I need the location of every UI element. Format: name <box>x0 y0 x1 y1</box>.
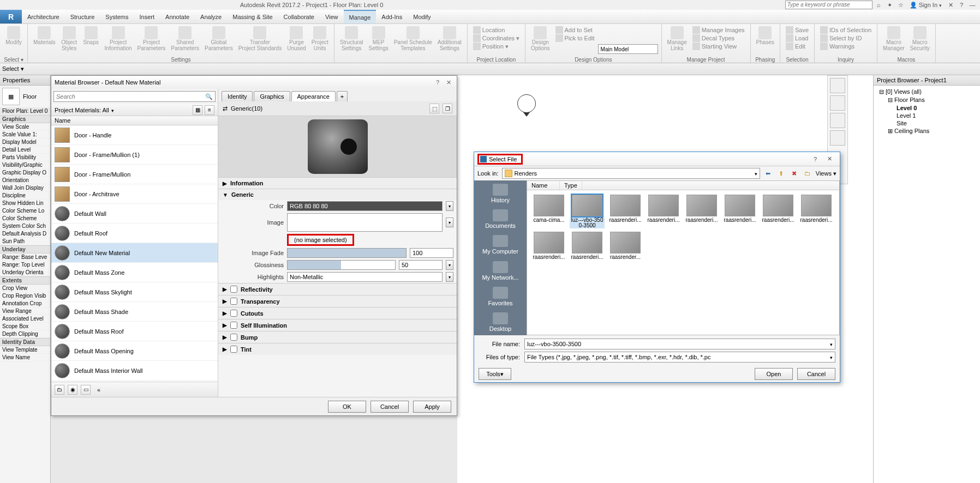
section-checkbox[interactable] <box>230 334 237 341</box>
nav-wheel-icon[interactable] <box>830 95 845 111</box>
menu-modify[interactable]: Modify <box>408 10 436 23</box>
place-favorites[interactable]: Favorites <box>474 283 527 309</box>
tab-identity[interactable]: Identity <box>222 91 253 101</box>
props-row[interactable]: Discipline <box>0 192 50 200</box>
help-icon[interactable]: ? <box>957 1 966 9</box>
section-cutouts[interactable]: ▶ Cutouts <box>218 307 457 319</box>
props-section-identity-data[interactable]: Identity Data <box>0 338 50 346</box>
ribbon-phases[interactable]: Phases <box>754 25 776 62</box>
open-button[interactable]: Open <box>755 368 793 380</box>
place-documents[interactable]: Documents <box>474 206 527 232</box>
ribbon-pick-to-edit[interactable]: Pick to Edit <box>555 34 595 42</box>
material-item[interactable]: Door - Handle <box>51 125 218 145</box>
section-checkbox[interactable] <box>230 346 237 353</box>
props-row[interactable]: Associated Level <box>0 315 50 323</box>
ribbon-macro-security[interactable]: MacroSecurity <box>908 25 932 62</box>
delete-icon[interactable]: ✖ <box>790 168 799 178</box>
search-icon[interactable]: 🔍 <box>205 93 213 100</box>
ribbon-edit[interactable]: Edit <box>786 43 809 50</box>
section-bump[interactable]: ▶ Bump <box>218 331 457 343</box>
props-section-extents[interactable]: Extents <box>0 276 50 285</box>
keys-icon[interactable]: ✦ <box>886 1 894 9</box>
mb-expand-icon[interactable]: « <box>97 387 100 393</box>
section-reflectivity[interactable]: ▶ Reflectivity <box>218 283 457 295</box>
ribbon-mep-settings[interactable]: MEPSettings <box>367 25 391 62</box>
props-row[interactable]: View Template <box>0 346 50 354</box>
place-my-network-[interactable]: My Network... <box>474 258 527 283</box>
section-generic[interactable]: ▼Generic <box>218 189 457 200</box>
star-icon[interactable]: ☆ <box>897 1 905 9</box>
lookin-combo[interactable]: Renders <box>502 168 760 179</box>
ribbon-project-information[interactable]: ProjectInformation <box>103 25 134 62</box>
properties-category[interactable]: Floor Plan: Level 0 <box>0 107 50 115</box>
ribbon-materials[interactable]: Materials <box>31 25 58 62</box>
minimize-icon[interactable]: — <box>968 1 977 9</box>
ribbon-select-by-id[interactable]: Select by ID <box>820 34 871 42</box>
props-row[interactable]: Color Scheme Lo <box>0 207 50 215</box>
menu-systems[interactable]: Systems <box>100 10 134 23</box>
mb-close-icon[interactable]: ✕ <box>444 77 453 87</box>
menu-add-ins[interactable]: Add-Ins <box>376 10 408 23</box>
section-checkbox[interactable] <box>230 286 237 293</box>
col-type[interactable]: Type <box>560 181 582 190</box>
material-item[interactable]: Default Mass Opening <box>51 341 218 361</box>
material-item[interactable]: Default Mass Skylight <box>51 282 218 302</box>
image-fade-value[interactable]: 100 <box>410 248 453 258</box>
material-item[interactable]: Door - Frame/Mullion <box>51 165 218 184</box>
exchange-icon[interactable]: ✕ <box>946 1 955 9</box>
material-item[interactable]: Default Roof <box>51 224 218 243</box>
file-thumb[interactable]: raasrenderi... <box>608 195 643 228</box>
props-section-underlay[interactable]: Underlay <box>0 245 50 253</box>
apply-button[interactable]: Apply <box>413 401 451 413</box>
views-dropdown[interactable]: Views ▾ <box>816 170 836 177</box>
menu-analyze[interactable]: Analyze <box>195 10 227 23</box>
ribbon-project-parameters[interactable]: ProjectParameters <box>135 25 168 62</box>
ribbon-location[interactable]: Location <box>473 26 519 34</box>
ribbon-starting-view[interactable]: Starting View <box>692 43 745 50</box>
props-row[interactable]: Scope Box <box>0 323 50 330</box>
file-thumb[interactable]: raasrender... <box>608 232 643 260</box>
material-item[interactable]: Default Mass Interior Wall <box>51 361 218 381</box>
ribbon-add-to-set[interactable]: Add to Set <box>555 26 595 34</box>
nav-pan-icon[interactable] <box>830 113 845 128</box>
section-transparency[interactable]: ▶ Transparency <box>218 295 457 307</box>
sf-close-icon[interactable]: ✕ <box>822 154 836 164</box>
ribbon-warnings[interactable]: Warnings <box>820 43 871 50</box>
props-row[interactable]: System Color Sch <box>0 222 50 230</box>
file-thumb[interactable]: raasrenderi... <box>531 232 566 260</box>
select-dropdown[interactable]: Select ▾ <box>2 65 24 73</box>
ribbon-additional-settings[interactable]: AdditionalSettings <box>435 25 464 62</box>
props-row[interactable]: Depth Clipping <box>0 330 50 338</box>
image-fade-slider[interactable] <box>287 248 407 258</box>
mb-view-grid-icon[interactable]: ▦ <box>193 105 202 115</box>
props-row[interactable]: Detail Level <box>0 146 50 154</box>
ribbon-manage-links[interactable]: ManageLinks <box>665 25 689 62</box>
ribbon-global-parameters[interactable]: GlobalParameters <box>202 25 235 62</box>
ribbon-load[interactable]: Load <box>786 34 809 42</box>
color-dropdown[interactable]: ▾ <box>446 201 453 211</box>
mb-view-list-icon[interactable]: ≡ <box>205 105 214 115</box>
section-checkbox[interactable] <box>230 298 237 305</box>
image-dropdown[interactable]: ▾ <box>446 218 453 227</box>
props-row[interactable]: Sun Path <box>0 238 50 245</box>
props-row[interactable]: Range: Top Level <box>0 261 50 269</box>
newfolder-icon[interactable]: 🗀 <box>803 168 812 178</box>
material-item[interactable]: Default New Material <box>51 243 218 263</box>
material-item[interactable]: Default Mass Zone <box>51 263 218 282</box>
material-item[interactable]: Default Mass Shade <box>51 302 218 322</box>
glossiness-slider[interactable] <box>287 260 396 270</box>
ribbon-manage-images[interactable]: Manage Images <box>692 26 745 34</box>
ribbon-object-styles[interactable]: ObjectStyles <box>59 25 80 62</box>
section-self-illumination[interactable]: ▶ Self Illumination <box>218 319 457 331</box>
file-thumb[interactable]: cama-cima... <box>531 195 566 228</box>
menu-architecture[interactable]: Architecture <box>22 10 65 23</box>
tree-node[interactable]: ⊞ Ceiling Plans <box>875 127 979 135</box>
place-history[interactable]: History <box>474 180 527 206</box>
file-thumb[interactable]: raasrenderi... <box>722 195 757 228</box>
props-row[interactable]: View Scale <box>0 123 50 131</box>
material-search[interactable]: 🔍 <box>53 91 216 102</box>
ribbon-shared-parameters[interactable]: SharedParameters <box>169 25 201 62</box>
props-row[interactable]: Crop View <box>0 285 50 292</box>
props-row[interactable]: Orientation <box>0 177 50 184</box>
ribbon-purge-unused[interactable]: PurgeUnused <box>285 25 308 62</box>
